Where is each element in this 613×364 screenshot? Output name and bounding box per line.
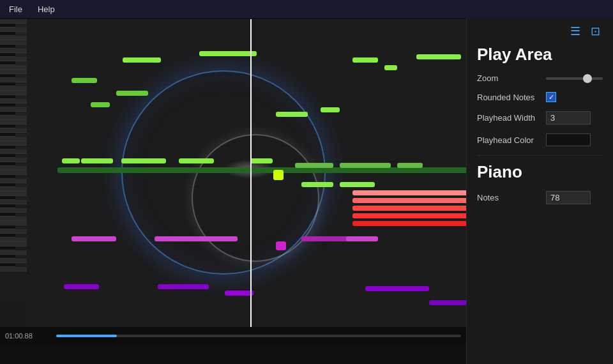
note (121, 158, 166, 163)
piano-notes-label: Notes (477, 193, 541, 202)
rounded-notes-control: Rounded Notes (477, 92, 603, 102)
playhead-color-control: Playhead Color (477, 133, 603, 146)
note (123, 57, 161, 63)
piano-notes-control: Notes (477, 191, 603, 204)
note (352, 198, 466, 203)
note (64, 284, 99, 289)
note (199, 51, 257, 56)
zoom-slider[interactable] (546, 77, 603, 80)
note (384, 65, 397, 70)
time-display: 01:00.88 (5, 332, 50, 340)
panel-header-icons: ☰ ⊡ (477, 24, 603, 38)
playhead-color-swatch[interactable] (546, 133, 591, 146)
piano-section-title: Piano (477, 162, 603, 182)
note (62, 158, 80, 163)
note (273, 170, 284, 180)
note (301, 236, 352, 241)
note (116, 91, 148, 96)
note (72, 78, 97, 83)
timeline: 01:00.88 (0, 327, 466, 345)
menu-icon[interactable]: ☰ (570, 24, 580, 38)
note (397, 163, 423, 168)
piano-keys (0, 19, 27, 345)
piano-notes-input[interactable] (546, 191, 591, 204)
note (158, 284, 209, 289)
note (276, 241, 286, 250)
note (179, 158, 214, 163)
piano-roll-area[interactable]: 01:00.88 (0, 19, 466, 345)
right-panel: ☰ ⊡ Play Area Zoom Rounded Notes Playhea… (466, 18, 613, 364)
note (352, 221, 466, 226)
roll-grid (27, 19, 466, 345)
note (250, 158, 273, 163)
menubar: File Help (0, 0, 613, 18)
note (352, 57, 378, 63)
playhead-color-label: Playhead Color (477, 135, 541, 145)
note (57, 167, 466, 173)
note (72, 236, 116, 241)
playhead-width-label: Playhead Width (477, 113, 541, 123)
help-menu[interactable]: Help (34, 3, 59, 15)
section-divider (477, 155, 603, 156)
note (225, 291, 254, 296)
zoom-thumb[interactable] (583, 74, 592, 83)
note (340, 182, 375, 187)
playhead-width-input[interactable] (546, 111, 591, 125)
note (352, 206, 466, 211)
note (346, 236, 378, 241)
rounded-notes-label: Rounded Notes (477, 93, 541, 102)
note (365, 286, 429, 291)
note (301, 182, 333, 187)
playhead-width-control: Playhead Width (477, 111, 603, 125)
note (352, 213, 466, 218)
note (91, 102, 110, 107)
main-layout: 01:00.88 ☰ ⊡ Play Area Zoom Rounded Note… (0, 18, 613, 364)
note (276, 112, 308, 117)
note (416, 54, 461, 59)
zoom-control: Zoom (477, 73, 603, 83)
note (295, 163, 333, 168)
progress-fill (56, 335, 117, 337)
note (155, 236, 238, 241)
note (429, 300, 466, 305)
note (340, 163, 391, 168)
zoom-label: Zoom (477, 73, 541, 83)
note (81, 158, 113, 163)
note (352, 190, 466, 195)
playhead-line (250, 19, 252, 345)
note (321, 107, 340, 112)
file-menu[interactable]: File (5, 3, 26, 15)
rounded-notes-checkbox[interactable] (546, 92, 556, 102)
progress-bar[interactable] (56, 335, 461, 337)
settings-icon[interactable]: ⊡ (591, 24, 600, 38)
play-area-title: Play Area (477, 45, 603, 64)
